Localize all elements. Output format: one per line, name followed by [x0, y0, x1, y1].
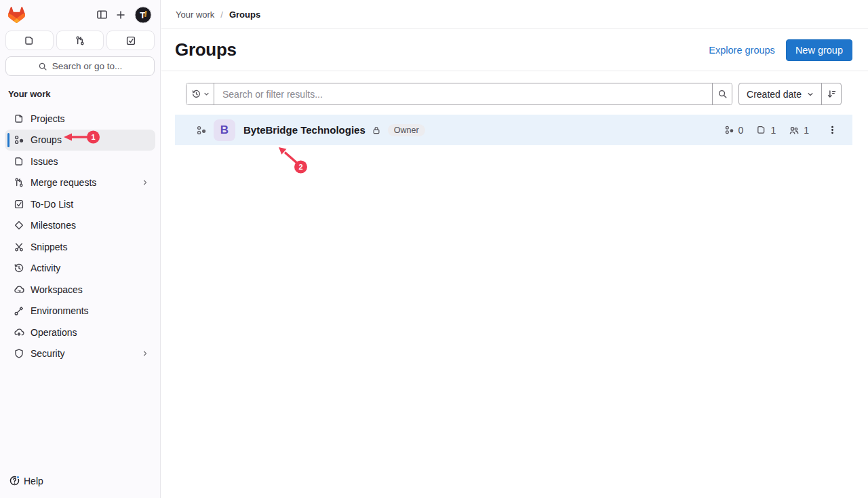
sort-descending-icon [827, 89, 837, 99]
header-actions: Explore groups New group [709, 39, 852, 61]
main-content: Your work / Groups Groups Explore groups… [161, 0, 868, 498]
sort-direction-button[interactable] [821, 83, 841, 104]
breadcrumb: Your work / Groups [176, 9, 260, 20]
filter-bar: Created date [186, 83, 842, 105]
create-new-button[interactable] [111, 5, 130, 24]
sidebar-toggle-button[interactable] [92, 5, 111, 24]
panel-toggle-icon [96, 9, 108, 20]
group-row[interactable]: B ByteBridge Technologies Owner 0 [175, 115, 852, 145]
shortcut-todo-button[interactable] [106, 31, 155, 50]
kebab-menu-icon [827, 125, 837, 135]
snippets-icon [14, 242, 24, 252]
sidebar-item-groups[interactable]: Groups [5, 130, 155, 151]
chevron-down-icon [203, 91, 210, 97]
sidebar-item-label: Workspaces [31, 284, 83, 295]
group-actions-menu-button[interactable] [823, 121, 841, 139]
members-stat: 1 [789, 125, 809, 136]
sidebar-top-bar: T [0, 0, 160, 29]
sidebar-item-projects[interactable]: Projects [5, 108, 155, 130]
environments-icon [14, 305, 24, 316]
operations-cloud-gear-icon [14, 327, 24, 338]
group-avatar[interactable]: B [214, 119, 235, 141]
group-stats: 0 1 [724, 125, 809, 136]
sidebar-item-label: Projects [31, 113, 65, 124]
sidebar-item-milestones[interactable]: Milestones [5, 215, 155, 237]
group-name-link[interactable]: ByteBridge Technologies [243, 124, 366, 136]
activity-history-icon [14, 263, 24, 273]
chevron-right-icon [141, 349, 149, 358]
sidebar-item-label: Security [31, 348, 65, 359]
help-label: Help [24, 476, 43, 486]
help-icon [9, 475, 20, 486]
sort-by-label: Created date [747, 89, 802, 100]
breadcrumb-separator: / [220, 9, 223, 20]
subgroups-count: 0 [738, 125, 744, 136]
sidebar-item-activity[interactable]: Activity [5, 258, 155, 280]
chevron-right-icon [141, 178, 149, 187]
breadcrumb-your-work-link[interactable]: Your work [176, 9, 214, 20]
sidebar-item-label: Merge requests [31, 177, 96, 188]
search-icon [38, 62, 47, 71]
members-count: 1 [804, 125, 809, 136]
sidebar-item-label: Environments [31, 305, 89, 316]
search-history-dropdown[interactable] [186, 83, 214, 104]
sidebar-item-label: Groups [31, 134, 62, 145]
sidebar-item-label: Milestones [31, 220, 76, 231]
filter-search-button[interactable] [712, 83, 732, 104]
todo-check-icon [14, 199, 24, 210]
sidebar-item-todo-list[interactable]: To-Do List [5, 193, 155, 215]
breadcrumb-bar: Your work / Groups [161, 0, 868, 29]
sidebar-section-label: Your work [8, 89, 152, 99]
subgroup-icon [196, 125, 207, 136]
global-search-box[interactable]: Search or go to... [5, 56, 155, 76]
sort-by-dropdown[interactable]: Created date [739, 83, 821, 104]
merge-request-icon [75, 35, 85, 46]
history-icon [191, 89, 201, 99]
private-lock-icon [372, 126, 381, 135]
shortcut-merge-requests-button[interactable] [56, 31, 104, 50]
groups-list: B ByteBridge Technologies Owner 0 [175, 115, 852, 145]
sidebar-footer: Help [0, 475, 160, 498]
help-button[interactable]: Help [9, 475, 43, 486]
security-shield-icon [14, 348, 24, 359]
workspaces-cloud-icon [14, 284, 24, 295]
plus-icon [115, 9, 126, 20]
gitlab-logo[interactable] [8, 7, 25, 23]
svg-text:T: T [140, 9, 145, 20]
sidebar-item-security[interactable]: Security [5, 343, 155, 365]
projects-icon [756, 125, 766, 135]
sidebar-item-workspaces[interactable]: Workspaces [5, 279, 155, 301]
sidebar-item-issues[interactable]: Issues [5, 151, 155, 172]
subgroups-icon [724, 125, 734, 135]
sidebar-item-label: Issues [31, 156, 58, 167]
milestone-icon [14, 220, 24, 231]
sidebar-item-merge-requests[interactable]: Merge requests [5, 172, 155, 194]
filter-search-input[interactable] [214, 83, 712, 104]
role-badge: Owner [388, 124, 425, 136]
shortcut-issues-button[interactable] [5, 31, 54, 50]
sidebar-item-label: Operations [31, 327, 77, 338]
pinned-shortcuts [0, 29, 160, 50]
global-search-placeholder: Search or go to... [52, 61, 123, 71]
projects-count: 1 [770, 125, 776, 136]
sidebar-item-snippets[interactable]: Snippets [5, 236, 155, 258]
sidebar-item-environments[interactable]: Environments [5, 301, 155, 322]
members-icon [789, 125, 800, 136]
explore-groups-link[interactable]: Explore groups [709, 45, 775, 56]
issues-icon [24, 35, 35, 46]
sidebar-item-label: Snippets [31, 242, 67, 252]
chevron-down-icon [807, 91, 814, 98]
sidebar: T [0, 0, 161, 498]
new-group-button[interactable]: New group [786, 39, 852, 61]
user-avatar[interactable]: T [134, 6, 152, 24]
todo-check-icon [125, 35, 136, 46]
issues-icon [14, 156, 24, 167]
search-icon [717, 89, 728, 99]
sidebar-item-operations[interactable]: Operations [5, 322, 155, 343]
sidebar-item-label: Activity [31, 263, 60, 273]
projects-stat: 1 [756, 125, 776, 136]
filtered-search [186, 83, 732, 105]
sort-controls: Created date [738, 83, 842, 105]
sidebar-nav: Projects Groups Issues [0, 108, 160, 364]
page-title: Groups [175, 39, 237, 60]
